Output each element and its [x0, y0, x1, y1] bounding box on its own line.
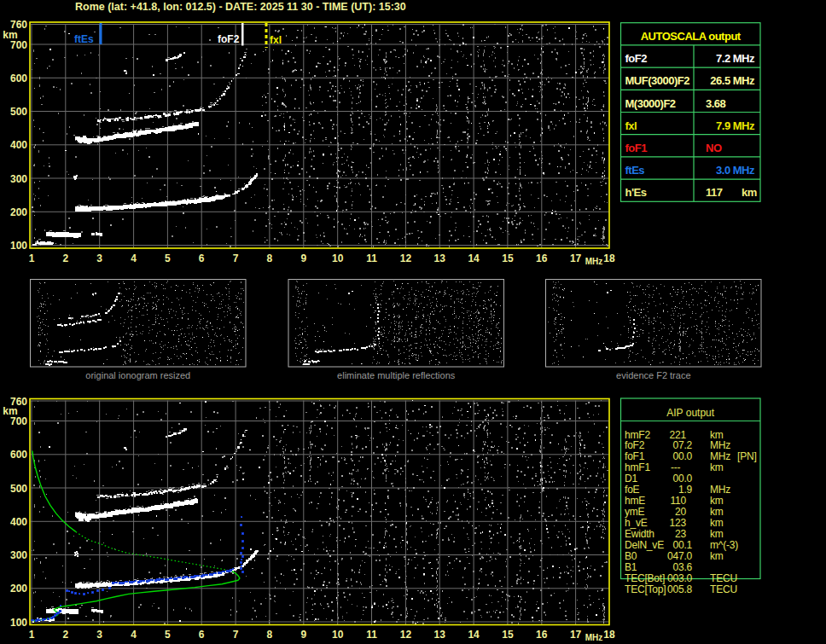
svg-text:TECU: TECU [710, 583, 737, 595]
svg-text:1: 1 [29, 252, 35, 264]
svg-text:5: 5 [165, 252, 171, 264]
svg-text:7: 7 [233, 629, 239, 641]
svg-text:eliminate multiple reflections: eliminate multiple reflections [337, 370, 456, 380]
svg-text:16: 16 [536, 252, 548, 264]
svg-text:AIP output: AIP output [666, 407, 714, 419]
svg-text:15: 15 [502, 252, 514, 264]
svg-text:17: 17 [570, 629, 582, 641]
svg-text:DelN_vE: DelN_vE [625, 539, 664, 551]
svg-text:200: 200 [10, 206, 27, 218]
svg-text:ftEs: ftEs [74, 33, 94, 45]
svg-text:15: 15 [502, 629, 514, 641]
svg-text:B0: B0 [625, 550, 637, 562]
svg-text:m^(-3): m^(-3) [710, 539, 738, 551]
svg-text:4: 4 [131, 629, 137, 641]
svg-text:8: 8 [267, 252, 273, 264]
svg-text:fxl: fxl [270, 34, 282, 46]
svg-text:17: 17 [570, 252, 582, 264]
svg-text:foF1: foF1 [625, 450, 645, 462]
svg-text:300: 300 [10, 549, 27, 561]
svg-text:16: 16 [536, 629, 548, 641]
svg-text:300: 300 [10, 173, 27, 185]
svg-text:400: 400 [10, 516, 27, 528]
svg-text:hmF2: hmF2 [625, 429, 650, 441]
svg-text:km: km [710, 495, 724, 507]
svg-text:12: 12 [400, 252, 412, 264]
svg-text:NO: NO [706, 142, 722, 154]
svg-text:5: 5 [165, 629, 171, 641]
svg-text:221: 221 [670, 429, 687, 441]
svg-text:foF2: foF2 [625, 52, 648, 65]
svg-text:14: 14 [468, 629, 480, 641]
svg-text:TEC[Top]: TEC[Top] [625, 583, 666, 595]
svg-text:km: km [710, 528, 724, 540]
svg-text:MHz: MHz [585, 633, 603, 642]
svg-text:13: 13 [434, 252, 446, 264]
svg-text:h_vE: h_vE [625, 517, 648, 529]
svg-text:MHz: MHz [710, 484, 730, 496]
svg-text:117: 117 [706, 186, 723, 199]
svg-text:2: 2 [62, 629, 68, 641]
svg-text:fxl: fxl [625, 119, 637, 132]
svg-text:4: 4 [131, 252, 137, 264]
svg-text:110: 110 [670, 495, 686, 507]
svg-text:km: km [3, 29, 17, 41]
svg-text:3.68: 3.68 [706, 97, 726, 110]
svg-text:7: 7 [233, 252, 239, 264]
svg-text:TECU: TECU [710, 572, 737, 584]
svg-text:18: 18 [603, 252, 615, 264]
svg-text:km: km [710, 550, 724, 562]
svg-text:123: 123 [670, 517, 687, 529]
svg-text:8: 8 [267, 629, 273, 641]
svg-text:M(3000)F2: M(3000)F2 [625, 97, 676, 110]
svg-text:TEC[Bot]: TEC[Bot] [625, 572, 665, 584]
svg-text:9: 9 [300, 252, 306, 264]
svg-text:14: 14 [468, 252, 480, 264]
svg-text:03.6: 03.6 [672, 561, 692, 573]
svg-text:11: 11 [366, 252, 377, 264]
svg-text:B1: B1 [625, 561, 637, 573]
svg-text:ftEs: ftEs [625, 164, 645, 177]
svg-text:12: 12 [400, 629, 412, 641]
svg-text:00.0: 00.0 [672, 473, 692, 484]
svg-text:Ewidth: Ewidth [625, 528, 654, 540]
svg-text:00.1: 00.1 [672, 539, 692, 551]
svg-text:500: 500 [10, 483, 27, 495]
svg-text:13: 13 [434, 629, 446, 641]
svg-text:7.2 MHz: 7.2 MHz [716, 52, 755, 65]
svg-text:km: km [710, 506, 724, 518]
svg-text:km: km [710, 429, 724, 441]
svg-text:100: 100 [10, 240, 27, 252]
svg-text:20: 20 [675, 506, 686, 518]
svg-text:11: 11 [366, 629, 377, 641]
svg-text:MHz: MHz [585, 257, 603, 266]
svg-text:hmF1: hmF1 [625, 461, 650, 473]
svg-text:MHz: MHz [710, 450, 730, 462]
svg-text:10: 10 [332, 252, 344, 264]
svg-text:km: km [742, 186, 757, 199]
svg-text:AUTOSCALA output: AUTOSCALA output [641, 30, 742, 43]
svg-text:26.5 MHz: 26.5 MHz [710, 74, 755, 87]
svg-text:original ionogram resized: original ionogram resized [85, 370, 190, 380]
svg-text:600: 600 [10, 73, 27, 84]
svg-text:km: km [3, 405, 17, 417]
svg-text:6: 6 [199, 252, 205, 264]
svg-text:3.0 MHz: 3.0 MHz [716, 164, 755, 177]
svg-text:23: 23 [675, 528, 686, 540]
svg-text:3: 3 [96, 252, 102, 264]
svg-text:400: 400 [10, 139, 27, 151]
svg-text:3: 3 [96, 629, 102, 641]
svg-text:foF2: foF2 [218, 33, 240, 45]
svg-text:h'Es: h'Es [625, 186, 647, 199]
svg-text:600: 600 [10, 449, 27, 461]
svg-text:hmE: hmE [625, 495, 645, 507]
svg-text:003.0: 003.0 [667, 572, 693, 584]
svg-text:[PN]: [PN] [737, 450, 757, 462]
svg-text:foF2: foF2 [625, 439, 645, 451]
svg-text:Rome (lat: +41.8, lon: 012.5): Rome (lat: +41.8, lon: 012.5) - DATE: 20… [75, 1, 406, 13]
svg-text:D1: D1 [625, 473, 637, 484]
svg-text:foE: foE [625, 484, 640, 496]
svg-text:km: km [710, 461, 724, 473]
svg-text:9: 9 [300, 629, 306, 641]
svg-text:MHz: MHz [710, 439, 730, 451]
